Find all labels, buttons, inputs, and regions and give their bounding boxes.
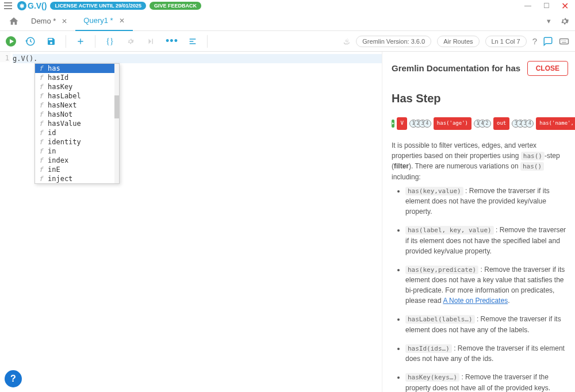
format-icon[interactable] (186, 35, 199, 48)
tab-label: Query1 * (83, 16, 113, 25)
function-icon: f (39, 101, 43, 109)
dataset-pill[interactable]: Air Routes (437, 36, 479, 47)
chat-icon[interactable] (543, 36, 553, 47)
doc-variation-item: hasId(ids…) : Remove the traverser if it… (405, 343, 568, 364)
cursor-pill: Ln 1 Col 7 (485, 36, 527, 47)
help-icon[interactable]: ? (532, 36, 537, 46)
autocomplete-label: has (48, 64, 60, 72)
window-minimize-icon[interactable]: — (520, 1, 536, 11)
autocomplete-popup[interactable]: fhasfhasIdfhasKeyfhasLabelfhasNextfhasNo… (34, 63, 120, 184)
autocomplete-item[interactable]: fhasId (35, 73, 119, 82)
doc-code: hasId(ids…) (405, 344, 452, 353)
hamburger-icon[interactable] (2, 0, 14, 11)
autocomplete-item[interactable]: fhasNot (35, 110, 119, 119)
license-badge: LICENSE ACTIVE UNTIL 29/01/2025 (50, 2, 146, 10)
gear-icon[interactable] (559, 16, 570, 27)
window-close-icon[interactable]: ✕ (557, 1, 573, 11)
tab-demo[interactable]: Demo * ✕ (23, 11, 75, 31)
function-icon: f (39, 83, 43, 91)
doc-title: Gremlin Documentation for has (392, 62, 520, 75)
autocomplete-label: hasLabel (48, 92, 81, 100)
logo-icon: ✱ (17, 1, 26, 10)
doc-intro: It is possible to filter vertices, edges… (392, 140, 568, 182)
plus-icon[interactable] (74, 35, 87, 48)
braces-icon[interactable]: {} (103, 35, 116, 48)
autocomplete-label: index (48, 156, 68, 164)
autocomplete-item[interactable]: finE (35, 165, 119, 174)
history-icon[interactable] (24, 35, 37, 48)
step-diagram: ▸ V 1 2 3 4 has('age') 1 4 2 out 3 2 3 4… (392, 117, 568, 130)
save-icon[interactable] (45, 35, 57, 48)
diagram-start-icon: ▸ (392, 120, 394, 128)
home-icon[interactable] (5, 16, 23, 26)
java-icon: ♨ (343, 37, 350, 46)
autocomplete-label: in (48, 147, 56, 155)
doc-variation-item: hasKey(keys…) : Remove the traverser if … (405, 372, 568, 392)
autocomplete-label: inject (48, 175, 72, 183)
function-icon: f (39, 156, 43, 164)
autocomplete-item[interactable]: fhasNext (35, 101, 119, 110)
doc-code: hasKey(keys…) (405, 373, 459, 382)
function-icon: f (39, 129, 43, 137)
diagram-vertex-icon: 4 (423, 120, 431, 128)
code-line[interactable]: g.V(). (13, 54, 382, 63)
doc-variation-item: hasLabel(labels…) : Remove the traverser… (405, 314, 568, 335)
app-logo: ✱ G.V() (17, 1, 47, 10)
scrollbar-track[interactable] (114, 64, 119, 183)
function-icon: f (39, 120, 43, 128)
autocomplete-item[interactable]: fidentity (35, 137, 119, 147)
dots-icon[interactable]: ••• (166, 35, 178, 48)
autocomplete-label: hasNext (48, 101, 77, 109)
keyboard-icon[interactable] (559, 36, 569, 47)
feedback-badge[interactable]: GIVE FEEDBACK (150, 2, 201, 10)
tab-label: Demo * (31, 17, 56, 25)
function-icon: f (39, 92, 43, 100)
autocomplete-item[interactable]: fhasValue (35, 119, 119, 128)
predicates-link[interactable]: A Note on Predicates (443, 297, 508, 305)
close-button[interactable]: CLOSE (527, 61, 568, 76)
function-icon: f (39, 166, 43, 174)
window-maximize-icon[interactable]: ☐ (538, 1, 554, 11)
chevron-down-icon[interactable]: ▾ (547, 17, 551, 25)
logo-text: G.V() (28, 1, 47, 10)
diagram-step-has-name: has('name', within(vadas,josh)) (536, 117, 575, 130)
step-icon[interactable] (145, 35, 158, 48)
function-icon: f (39, 147, 43, 155)
close-icon[interactable]: ✕ (62, 17, 67, 25)
autocomplete-label: inE (48, 166, 60, 174)
diagram-step-v: V (397, 117, 407, 130)
close-icon[interactable]: ✕ (119, 17, 125, 25)
function-icon: f (39, 138, 43, 146)
code-editor[interactable]: 1 g.V(). fhasfhasIdfhasKeyfhasLabelfhasN… (0, 52, 382, 392)
doc-code: has(key,predicate) (405, 266, 478, 274)
doc-heading: Has Step (392, 90, 568, 107)
gremlin-version-pill[interactable]: Gremlin Version: 3.6.0 (356, 36, 431, 47)
autocomplete-item[interactable]: findex (35, 156, 119, 165)
autocomplete-label: hasNot (48, 110, 72, 118)
autocomplete-label: hasId (48, 74, 68, 82)
gear-icon[interactable] (124, 35, 137, 48)
autocomplete-item[interactable]: fhasKey (35, 82, 119, 91)
function-icon: f (39, 110, 43, 118)
autocomplete-item[interactable]: finject (35, 174, 119, 183)
autocomplete-label: id (48, 129, 56, 137)
play-button[interactable] (6, 36, 16, 47)
doc-variation-item: has(label, key, value) : Remove the trav… (405, 225, 568, 256)
scrollbar-thumb[interactable] (114, 95, 119, 118)
autocomplete-item[interactable]: fhas (35, 64, 119, 73)
function-icon: f (39, 64, 43, 72)
doc-code: has(key,value) (405, 187, 463, 195)
help-fab[interactable]: ? (5, 370, 22, 387)
autocomplete-item[interactable]: fin (35, 147, 119, 156)
autocomplete-item[interactable]: fhasLabel (35, 91, 119, 101)
diagram-step-has-age: has('age') (434, 117, 471, 130)
function-icon: f (39, 175, 43, 183)
doc-variation-item: has(key,predicate) : Remove the traverse… (405, 264, 568, 306)
function-icon: f (39, 74, 43, 82)
diagram-vertex-icon: 4 (526, 120, 534, 128)
svg-rect-0 (560, 39, 569, 44)
tab-query1[interactable]: Query1 * ✕ (75, 11, 132, 31)
autocomplete-item[interactable]: fid (35, 128, 119, 137)
autocomplete-label: identity (48, 138, 81, 146)
autocomplete-label: hasKey (48, 83, 72, 91)
